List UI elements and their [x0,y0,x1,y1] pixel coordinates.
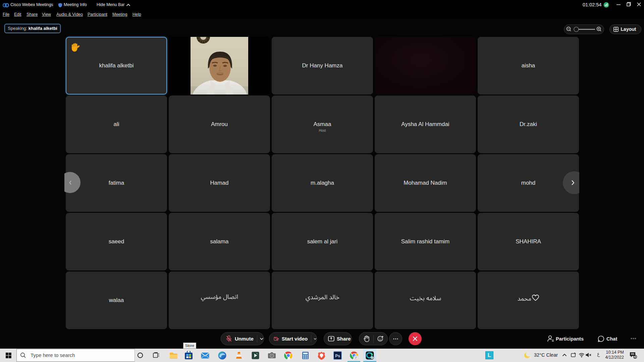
svg-text:2: 2 [634,355,636,359]
svg-text:Ps: Ps [335,354,340,358]
